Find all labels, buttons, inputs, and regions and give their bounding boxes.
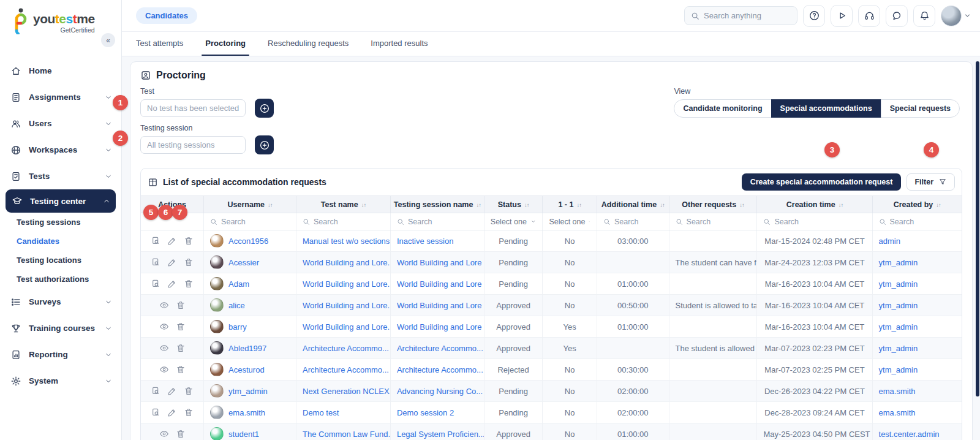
view-button[interactable] — [159, 428, 170, 439]
created-by-link[interactable]: admin — [879, 237, 900, 246]
column-header-status[interactable]: Status↓↑ — [484, 196, 543, 213]
sidebar-item-system[interactable]: System — [0, 368, 121, 394]
testing-session-name-link[interactable]: Legal System Proficien... — [397, 430, 484, 439]
view-option-special-accommodations[interactable]: Special accommodations — [771, 99, 881, 118]
edit-button[interactable] — [167, 407, 178, 418]
username-link[interactable]: Acesturod — [228, 365, 265, 374]
created-by-link[interactable]: ytm_admin — [879, 322, 918, 332]
delete-button[interactable] — [183, 278, 194, 289]
testing-session-name-link[interactable]: Advancing Nursing Co... — [397, 387, 483, 396]
preview-button[interactable] — [150, 257, 161, 268]
username-link[interactable]: ytm_admin — [228, 387, 268, 396]
sidebar-item-training-courses[interactable]: Training courses — [0, 315, 121, 341]
tab-rescheduling-requests[interactable]: Rescheduling requests — [268, 39, 349, 56]
column-header-testing-session-name[interactable]: Testing session name↓↑ — [390, 196, 484, 213]
delete-button[interactable] — [183, 235, 194, 246]
column-header-creation-time[interactable]: Creation time↓↑ — [757, 196, 872, 213]
username-link[interactable]: Acessier — [228, 258, 259, 267]
test-name-link[interactable]: Demo test — [303, 408, 339, 417]
edit-button[interactable] — [167, 257, 178, 268]
filter-search-test-name[interactable]: Search — [296, 213, 391, 230]
global-search-input[interactable] — [704, 11, 783, 20]
created-by-link[interactable]: test.center.admin — [879, 430, 940, 439]
filter-button[interactable]: Filter — [907, 173, 955, 191]
help-button[interactable] — [803, 5, 825, 27]
filter-search-additional-time[interactable]: Search — [597, 213, 669, 230]
filter-search-testing-session-name[interactable]: Search — [390, 213, 484, 230]
testing-session-name-link[interactable]: Inactive session — [397, 237, 454, 246]
sidebar-item-workspaces[interactable]: Workspaces — [0, 137, 121, 163]
created-by-link[interactable]: ytm_admin — [879, 365, 918, 374]
account-menu[interactable] — [941, 6, 971, 26]
sidebar-subitem-testing-locations[interactable]: Testing locations — [0, 251, 121, 270]
test-name-link[interactable]: World Building and Lore... — [303, 279, 390, 289]
test-name-link[interactable]: The Common Law Fund... — [303, 430, 390, 439]
column-header-other-requests[interactable]: Other requests↓↑ — [669, 196, 757, 213]
preview-button[interactable] — [150, 407, 161, 418]
username-link[interactable]: Abled1997 — [228, 344, 266, 353]
created-by-link[interactable]: ema.smith — [879, 387, 916, 396]
notifications-button[interactable] — [913, 5, 935, 27]
username-link[interactable]: barry — [228, 322, 247, 332]
delete-button[interactable] — [183, 257, 194, 268]
view-button[interactable] — [159, 300, 170, 311]
created-by-link[interactable]: ytm_admin — [879, 301, 918, 310]
add-test-button[interactable] — [255, 99, 274, 118]
user-avatar[interactable] — [941, 6, 962, 26]
test-name-link[interactable]: Architecture Accommo... — [303, 344, 389, 353]
sidebar-item-home[interactable]: Home — [0, 58, 121, 84]
username-link[interactable]: student1 — [228, 430, 259, 439]
delete-button[interactable] — [175, 343, 186, 354]
username-link[interactable]: Accon1956 — [228, 237, 268, 246]
delete-button[interactable] — [183, 407, 194, 418]
sidebar-subitem-candidates[interactable]: Candidates — [0, 232, 121, 251]
username-link[interactable]: ema.smith — [228, 408, 265, 417]
delete-button[interactable] — [175, 321, 186, 332]
column-header-1-1[interactable]: 1 - 1↓↑ — [543, 196, 597, 213]
tab-proctoring[interactable]: Proctoring — [205, 39, 246, 56]
sidebar-item-tests[interactable]: Tests — [0, 163, 121, 189]
sidebar-item-testing-center[interactable]: Testing center — [6, 189, 116, 213]
sidebar-item-assignments[interactable]: Assignments — [0, 84, 121, 110]
vertical-scrollbar[interactable] — [976, 61, 979, 396]
filter-search-username[interactable]: Search — [204, 213, 296, 230]
filter-select-1-1[interactable]: Select one — [543, 213, 597, 230]
view-button[interactable] — [159, 321, 170, 332]
preview-button[interactable] — [150, 385, 161, 396]
testing-session-name-link[interactable]: World Building and Lore — [397, 279, 482, 289]
session-select-input[interactable] — [140, 136, 246, 154]
created-by-link[interactable]: ytm_admin — [879, 279, 918, 289]
test-name-link[interactable]: World Building and Lore... — [303, 258, 390, 267]
filter-search-other-requests[interactable]: Search — [669, 213, 757, 230]
view-option-special-requests[interactable]: Special requests — [881, 99, 960, 118]
column-header-additional-time[interactable]: Additional time↓↑ — [597, 196, 669, 213]
tab-imported-results[interactable]: Imported results — [371, 39, 428, 56]
testing-session-name-link[interactable]: World Building and Lore — [397, 301, 482, 310]
testing-session-name-link[interactable]: World Building and Lore — [397, 322, 482, 332]
edit-button[interactable] — [167, 235, 178, 246]
created-by-link[interactable]: ema.smith — [879, 408, 916, 417]
support-button[interactable] — [858, 5, 880, 27]
delete-button[interactable] — [175, 300, 186, 311]
sidebar-item-users[interactable]: Users — [0, 110, 121, 137]
testing-session-name-link[interactable]: World Building and Lore — [397, 258, 482, 267]
play-button[interactable] — [831, 5, 853, 27]
test-name-link[interactable]: World Building and Lore... — [303, 301, 390, 310]
preview-button[interactable] — [150, 278, 161, 289]
test-name-link[interactable]: Manual test w/o sections — [303, 237, 390, 246]
breadcrumb[interactable]: Candidates — [136, 7, 197, 24]
view-option-candidate-monitoring[interactable]: Candidate monitoring — [674, 99, 771, 118]
testing-session-name-link[interactable]: Architecture Accommo... — [397, 344, 483, 353]
create-accommodation-button[interactable]: Create special accommodation request — [742, 173, 902, 191]
test-select-input[interactable] — [140, 99, 246, 117]
add-session-button[interactable] — [255, 135, 274, 154]
test-name-link[interactable]: Architecture Accommo... — [303, 365, 389, 374]
delete-button[interactable] — [175, 364, 186, 375]
column-header-created-by[interactable]: Created by↓↑ — [872, 196, 962, 213]
test-name-link[interactable]: Next Generation NCLEX... — [303, 387, 390, 396]
sidebar-subitem-testing-sessions[interactable]: Testing sessions — [0, 213, 121, 232]
username-link[interactable]: Adam — [228, 279, 249, 289]
filter-search-creation-time[interactable]: Search — [757, 213, 872, 230]
tab-test-attempts[interactable]: Test attempts — [136, 39, 183, 56]
view-button[interactable] — [159, 343, 170, 354]
